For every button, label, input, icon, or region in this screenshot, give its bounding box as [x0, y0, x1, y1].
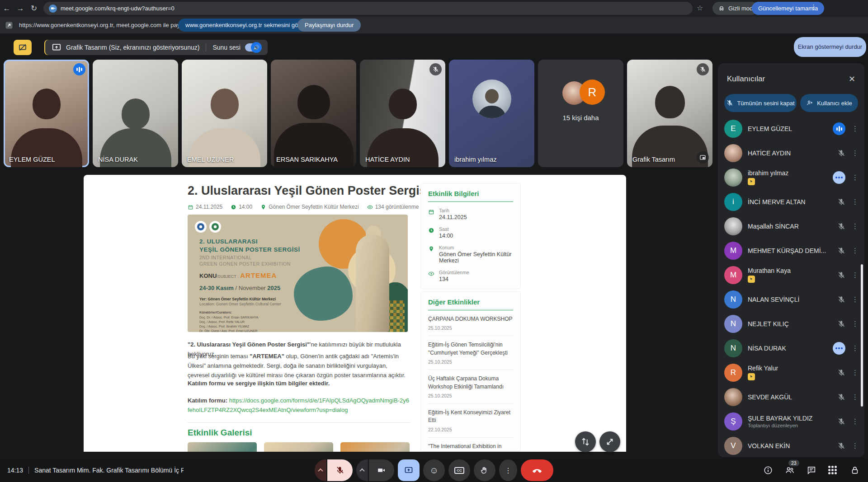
avatar: N	[724, 315, 742, 333]
participant-menu-icon[interactable]: ⋮	[852, 369, 858, 377]
mic-off-icon	[335, 466, 344, 475]
reactions-button[interactable]: ☺	[423, 459, 445, 481]
bookmark-star-icon[interactable]: ☆	[697, 4, 703, 12]
mic-options-chevron[interactable]	[315, 459, 326, 481]
panel-scrollbar[interactable]	[861, 264, 863, 407]
video-tile-grafik-tasarim[interactable]: Grafik Tasarım	[627, 60, 712, 167]
camera-icon	[377, 466, 386, 475]
show-shared-tab-button[interactable]: www.gonenkentkonseyi.org.tr sekmesini gö…	[178, 19, 315, 32]
event-list-item[interactable]: Eğitim-İş Kent Konseyimizi Ziyaret Etti …	[428, 404, 513, 438]
eye-icon	[428, 271, 434, 277]
overflow-tile-more-participants[interactable]: R 15 kişi daha	[538, 60, 623, 167]
participant-menu-icon[interactable]: ⋮	[852, 247, 858, 255]
avatar: i	[724, 193, 742, 211]
video-tile-hatice-aydin[interactable]: HATİCE AYDIN	[360, 60, 445, 167]
participant-row[interactable]: M Murathan Kaya ⋮	[718, 263, 864, 287]
screen-share-icon	[5, 21, 14, 30]
participant-row[interactable]: Maşallah SİNCAR ⋮	[718, 214, 864, 239]
event-list-item[interactable]: Üç Haftalık Çarpana Dokuma Workshop Etki…	[428, 370, 513, 404]
participant-menu-icon[interactable]: ⋮	[852, 149, 858, 157]
more-options-button[interactable]: ⋮	[499, 459, 517, 481]
gallery-thumbnail[interactable]	[340, 442, 410, 452]
expand-presentation-button[interactable]	[599, 431, 620, 452]
video-tile-emel-uzuner[interactable]: EMEL UZUNER	[182, 60, 267, 167]
activities-button[interactable]	[828, 465, 838, 475]
participant-menu-icon[interactable]: ⋮	[852, 442, 858, 450]
avatar: M	[724, 242, 742, 260]
mic-mute-button[interactable]	[327, 459, 353, 481]
close-icon[interactable]: ✕	[849, 74, 855, 84]
video-tile-ersan-sarikahya[interactable]: ERSAN SARIKAHYA	[271, 60, 356, 167]
browser-toolbar: ← → ↻ meet.google.com/krq-engt-udw?authu…	[0, 0, 868, 17]
poster-subtitle-line1: 2ND INTERNATIONAL	[199, 255, 252, 260]
presentation-paused-tab-icon[interactable]	[14, 40, 32, 55]
participant-row[interactable]: N NİSA DURAK ⋮	[718, 336, 864, 360]
participant-row[interactable]: Ş ŞULE BAYRAK YILDIZToplantıyı düzenleye…	[718, 409, 864, 434]
participant-menu-icon[interactable]: ⋮	[852, 417, 858, 426]
avatar: N	[724, 339, 742, 357]
participant-row[interactable]: HATİCE AYDIN ⋮	[718, 141, 864, 165]
participant-menu-icon[interactable]: ⋮	[852, 344, 858, 352]
swap-presentation-button[interactable]	[575, 431, 596, 452]
participant-menu-icon[interactable]: ⋮	[852, 173, 858, 182]
chat-button[interactable]	[807, 465, 816, 475]
present-screen-button[interactable]	[398, 459, 420, 481]
captions-button[interactable]: CC	[448, 459, 470, 481]
browser-menu-icon[interactable]: ⋮	[810, 3, 817, 11]
video-tile-eylem-guzel[interactable]: EYLEM GÜZEL	[4, 60, 89, 167]
reload-icon[interactable]: ↻	[27, 4, 41, 13]
poster-subject-line: KONU/SUBJECT : ARTEMEA	[199, 271, 277, 279]
participant-row[interactable]: E EYLEM GÜZEL ⋮	[718, 117, 864, 141]
participant-menu-icon[interactable]: ⋮	[852, 320, 858, 328]
participant-row[interactable]: N NALAN SEVİNÇLİ ⋮	[718, 287, 864, 312]
raise-hand-button[interactable]	[474, 459, 495, 481]
forward-icon[interactable]: →	[14, 4, 27, 13]
participant-row[interactable]: R Refik Yalur ⋮	[718, 360, 864, 385]
participant-menu-icon[interactable]: ⋮	[852, 393, 858, 401]
apps-grid-icon	[828, 466, 838, 474]
presenting-icon	[52, 42, 61, 52]
participant-row[interactable]: SEVDE AKGÜL ⋮	[718, 385, 864, 409]
camera-options-chevron[interactable]	[356, 459, 368, 481]
stop-sharing-button[interactable]: Paylaşmayı durdur	[297, 19, 361, 32]
add-user-button[interactable]: Kullanıcı ekle	[800, 94, 858, 112]
participants-button[interactable]: 23	[785, 465, 795, 475]
mic-off-icon	[837, 417, 845, 426]
sharing-message: https://www.gonenkentkonseyi.org.tr, mee…	[19, 22, 200, 28]
tile-name: HATİCE AYDIN	[365, 156, 410, 163]
gallery-thumbnail[interactable]	[188, 442, 257, 452]
speaker-icon: 🔊	[251, 42, 262, 53]
avatar: V	[724, 437, 742, 455]
address-bar[interactable]: meet.google.com/krq-engt-udw?authuser=0	[43, 2, 693, 15]
location-pin-icon	[260, 204, 266, 210]
mute-all-button[interactable]: Tümünün sesini kapat	[724, 94, 797, 112]
participant-row[interactable]: i İNCİ MERVE ALTAN ⋮	[718, 190, 864, 214]
participant-menu-icon[interactable]: ⋮	[852, 222, 858, 230]
leave-call-button[interactable]	[521, 459, 553, 481]
meeting-details-button[interactable]	[763, 465, 773, 475]
host-controls-button[interactable]	[850, 465, 860, 475]
participant-row[interactable]: M MEHMET KÜRŞAD DEMİ... ⋮	[718, 239, 864, 263]
participant-row[interactable]: N NEJLET KILIÇ ⋮	[718, 312, 864, 336]
video-tile-ibrahim-yilmaz[interactable]: ibrahim yılmaz	[449, 60, 534, 167]
gallery-thumbnail[interactable]	[264, 442, 333, 452]
event-list-item[interactable]: "The International Exhibition in Türkiye…	[428, 438, 513, 452]
presentation-audio-toggle[interactable]: 🔊	[245, 43, 261, 51]
poster-title-line2: YEŞİL GÖNEN POSTER SERGİSİ	[199, 246, 300, 253]
participant-row[interactable]: ibrahim yılmaz ⋮	[718, 165, 864, 190]
event-list-item[interactable]: Eğitim-İş Gönen Temsilciliği'nin "Cumhur…	[428, 336, 513, 370]
poster-venue-tr: Yer: Gönen Ömer Seyfettin Kültür Merkezi	[199, 297, 276, 301]
stop-presenting-button[interactable]: Ekran göstermeyi durdur	[794, 37, 866, 57]
camera-button[interactable]	[369, 459, 394, 481]
poster-title-line1: 2. ULUSLARARASI	[199, 238, 258, 245]
participant-menu-icon[interactable]: ⋮	[852, 271, 858, 279]
other-events-title: Diğer Etkinlikler	[428, 298, 513, 310]
participant-menu-icon[interactable]: ⋮	[852, 295, 858, 304]
expand-icon	[605, 437, 615, 447]
participant-row[interactable]: V VOLKAN EKİN ⋮	[718, 434, 864, 457]
back-icon[interactable]: ←	[0, 4, 14, 13]
event-list-item[interactable]: ÇARPANA DOKUMA WORKSHOP 25.10.2025	[428, 310, 513, 336]
participant-menu-icon[interactable]: ⋮	[852, 125, 858, 133]
participant-menu-icon[interactable]: ⋮	[852, 198, 858, 206]
video-tile-nisa-durak[interactable]: NİSA DURAK	[93, 60, 178, 167]
